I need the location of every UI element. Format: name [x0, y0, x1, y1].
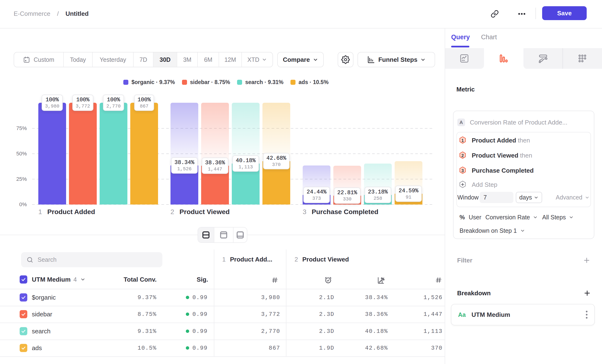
svg-text:1: 1: [462, 138, 464, 143]
svg-text:2: 2: [462, 153, 464, 158]
svg-text:3: 3: [462, 168, 464, 173]
